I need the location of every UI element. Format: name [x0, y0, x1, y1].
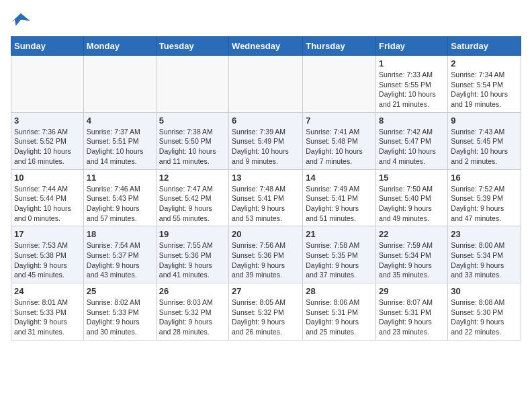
logo-icon [11, 11, 31, 31]
day-info: Sunrise: 7:43 AM Sunset: 5:45 PM Dayligh… [451, 127, 518, 167]
calendar-header-row: SundayMondayTuesdayWednesdayThursdayFrid… [11, 37, 521, 56]
calendar-cell: 8Sunrise: 7:42 AM Sunset: 5:47 PM Daylig… [376, 112, 448, 169]
day-number: 30 [451, 286, 518, 296]
calendar-cell: 1Sunrise: 7:33 AM Sunset: 5:55 PM Daylig… [376, 56, 448, 113]
day-number: 25 [87, 286, 153, 296]
day-number: 20 [232, 229, 300, 239]
day-info: Sunrise: 7:58 AM Sunset: 5:35 PM Dayligh… [306, 240, 373, 280]
calendar-cell: 11Sunrise: 7:46 AM Sunset: 5:43 PM Dayli… [83, 169, 156, 226]
day-number: 18 [87, 229, 153, 239]
day-number: 4 [87, 116, 153, 126]
calendar-cell: 29Sunrise: 8:07 AM Sunset: 5:31 PM Dayli… [376, 283, 448, 340]
calendar-cell [229, 56, 303, 113]
day-number: 19 [159, 229, 226, 239]
calendar-cell: 26Sunrise: 8:03 AM Sunset: 5:32 PM Dayli… [156, 283, 228, 340]
calendar-week-row: 10Sunrise: 7:44 AM Sunset: 5:44 PM Dayli… [11, 169, 521, 226]
day-number: 15 [379, 173, 445, 183]
day-number: 2 [451, 58, 518, 68]
calendar-cell: 27Sunrise: 8:05 AM Sunset: 5:32 PM Dayli… [229, 283, 303, 340]
day-number: 21 [306, 229, 373, 239]
day-info: Sunrise: 7:59 AM Sunset: 5:34 PM Dayligh… [379, 240, 445, 280]
calendar-cell: 5Sunrise: 7:38 AM Sunset: 5:50 PM Daylig… [156, 112, 228, 169]
calendar-cell: 22Sunrise: 7:59 AM Sunset: 5:34 PM Dayli… [376, 226, 448, 283]
day-info: Sunrise: 8:08 AM Sunset: 5:30 PM Dayligh… [451, 298, 518, 337]
day-info: Sunrise: 8:07 AM Sunset: 5:31 PM Dayligh… [379, 298, 445, 337]
day-info: Sunrise: 8:01 AM Sunset: 5:33 PM Dayligh… [14, 298, 81, 337]
day-info: Sunrise: 7:49 AM Sunset: 5:41 PM Dayligh… [306, 184, 373, 224]
day-info: Sunrise: 7:38 AM Sunset: 5:50 PM Dayligh… [159, 127, 226, 167]
day-info: Sunrise: 8:03 AM Sunset: 5:32 PM Dayligh… [159, 298, 226, 337]
calendar-cell: 9Sunrise: 7:43 AM Sunset: 5:45 PM Daylig… [448, 112, 521, 169]
day-info: Sunrise: 7:54 AM Sunset: 5:37 PM Dayligh… [87, 240, 153, 280]
weekday-header: Thursday [303, 37, 376, 56]
day-info: Sunrise: 7:52 AM Sunset: 5:39 PM Dayligh… [451, 184, 518, 224]
calendar-cell: 7Sunrise: 7:41 AM Sunset: 5:48 PM Daylig… [303, 112, 376, 169]
calendar-cell: 13Sunrise: 7:48 AM Sunset: 5:41 PM Dayli… [229, 169, 303, 226]
day-number: 23 [451, 229, 518, 239]
day-number: 7 [306, 116, 373, 126]
day-info: Sunrise: 7:41 AM Sunset: 5:48 PM Dayligh… [306, 127, 373, 167]
calendar-cell: 3Sunrise: 7:36 AM Sunset: 5:52 PM Daylig… [11, 112, 84, 169]
calendar-cell: 24Sunrise: 8:01 AM Sunset: 5:33 PM Dayli… [11, 283, 84, 340]
calendar-cell: 16Sunrise: 7:52 AM Sunset: 5:39 PM Dayli… [448, 169, 521, 226]
day-number: 10 [14, 173, 81, 183]
day-number: 1 [379, 58, 445, 68]
weekday-header: Wednesday [229, 37, 303, 56]
calendar-cell: 2Sunrise: 7:34 AM Sunset: 5:54 PM Daylig… [448, 56, 521, 113]
weekday-header: Tuesday [156, 37, 228, 56]
svg-marker-0 [12, 13, 30, 26]
day-info: Sunrise: 7:33 AM Sunset: 5:55 PM Dayligh… [379, 70, 445, 109]
day-number: 26 [159, 286, 226, 296]
calendar-cell: 17Sunrise: 7:53 AM Sunset: 5:38 PM Dayli… [11, 226, 84, 283]
calendar-cell: 25Sunrise: 8:02 AM Sunset: 5:33 PM Dayli… [83, 283, 156, 340]
calendar-cell: 21Sunrise: 7:58 AM Sunset: 5:35 PM Dayli… [303, 226, 376, 283]
day-info: Sunrise: 7:36 AM Sunset: 5:52 PM Dayligh… [14, 127, 81, 167]
day-number: 6 [232, 116, 300, 126]
day-number: 17 [14, 229, 81, 239]
calendar-week-row: 1Sunrise: 7:33 AM Sunset: 5:55 PM Daylig… [11, 56, 521, 113]
calendar-table: SundayMondayTuesdayWednesdayThursdayFrid… [11, 36, 521, 340]
day-info: Sunrise: 8:05 AM Sunset: 5:32 PM Dayligh… [232, 298, 300, 337]
day-info: Sunrise: 7:42 AM Sunset: 5:47 PM Dayligh… [379, 127, 445, 167]
day-number: 14 [306, 173, 373, 183]
calendar-cell: 14Sunrise: 7:49 AM Sunset: 5:41 PM Dayli… [303, 169, 376, 226]
day-info: Sunrise: 8:00 AM Sunset: 5:34 PM Dayligh… [451, 240, 518, 280]
calendar-cell: 28Sunrise: 8:06 AM Sunset: 5:31 PM Dayli… [303, 283, 376, 340]
calendar-cell: 4Sunrise: 7:37 AM Sunset: 5:51 PM Daylig… [83, 112, 156, 169]
day-info: Sunrise: 7:48 AM Sunset: 5:41 PM Dayligh… [232, 184, 300, 224]
day-info: Sunrise: 7:56 AM Sunset: 5:36 PM Dayligh… [232, 240, 300, 280]
day-info: Sunrise: 7:53 AM Sunset: 5:38 PM Dayligh… [14, 240, 81, 280]
calendar-week-row: 24Sunrise: 8:01 AM Sunset: 5:33 PM Dayli… [11, 283, 521, 340]
calendar-cell: 12Sunrise: 7:47 AM Sunset: 5:42 PM Dayli… [156, 169, 228, 226]
calendar-cell: 23Sunrise: 8:00 AM Sunset: 5:34 PM Dayli… [448, 226, 521, 283]
calendar-cell [303, 56, 376, 113]
calendar-cell: 19Sunrise: 7:55 AM Sunset: 5:36 PM Dayli… [156, 226, 228, 283]
logo [11, 11, 34, 31]
day-info: Sunrise: 8:06 AM Sunset: 5:31 PM Dayligh… [306, 298, 373, 337]
day-number: 29 [379, 286, 445, 296]
day-info: Sunrise: 7:55 AM Sunset: 5:36 PM Dayligh… [159, 240, 226, 280]
calendar-week-row: 3Sunrise: 7:36 AM Sunset: 5:52 PM Daylig… [11, 112, 521, 169]
weekday-header: Saturday [448, 37, 521, 56]
calendar-cell: 15Sunrise: 7:50 AM Sunset: 5:40 PM Dayli… [376, 169, 448, 226]
day-info: Sunrise: 7:46 AM Sunset: 5:43 PM Dayligh… [87, 184, 153, 224]
day-info: Sunrise: 7:39 AM Sunset: 5:49 PM Dayligh… [232, 127, 300, 167]
day-number: 22 [379, 229, 445, 239]
calendar-cell: 18Sunrise: 7:54 AM Sunset: 5:37 PM Dayli… [83, 226, 156, 283]
day-number: 5 [159, 116, 226, 126]
calendar-cell [156, 56, 228, 113]
day-number: 11 [87, 173, 153, 183]
day-number: 12 [159, 173, 226, 183]
day-number: 16 [451, 173, 518, 183]
day-number: 28 [306, 286, 373, 296]
calendar-week-row: 17Sunrise: 7:53 AM Sunset: 5:38 PM Dayli… [11, 226, 521, 283]
day-number: 24 [14, 286, 81, 296]
day-number: 3 [14, 116, 81, 126]
day-info: Sunrise: 7:37 AM Sunset: 5:51 PM Dayligh… [87, 127, 153, 167]
day-number: 8 [379, 116, 445, 126]
calendar-cell: 20Sunrise: 7:56 AM Sunset: 5:36 PM Dayli… [229, 226, 303, 283]
day-info: Sunrise: 7:50 AM Sunset: 5:40 PM Dayligh… [379, 184, 445, 224]
calendar-cell [83, 56, 156, 113]
calendar-cell [11, 56, 84, 113]
day-number: 9 [451, 116, 518, 126]
